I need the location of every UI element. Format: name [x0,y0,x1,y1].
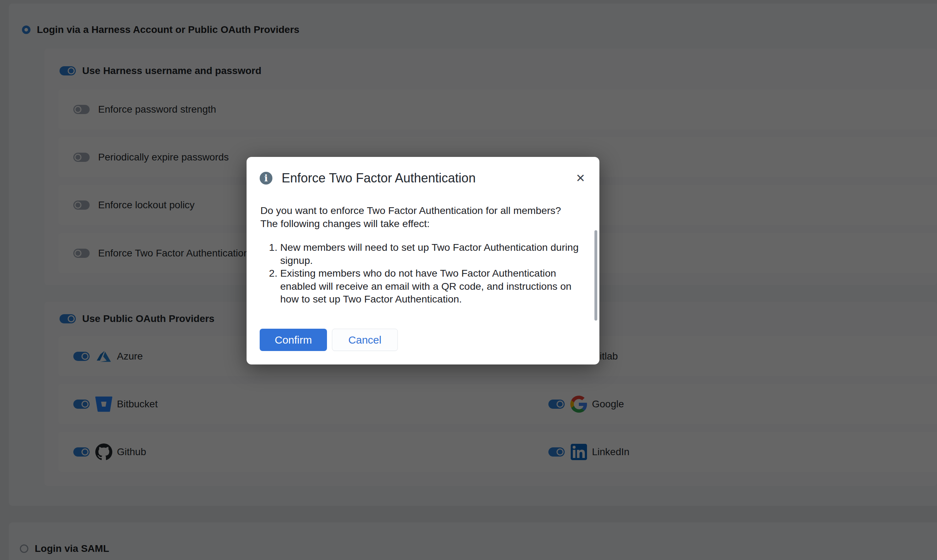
dialog-intro-line2: The following changes will take effect: [260,217,586,230]
auth-settings-page: Login via a Harness Account or Public OA… [0,0,937,560]
info-icon: i [260,172,272,185]
dialog-title: Enforce Two Factor Authentication [282,171,476,186]
dialog-actions: Confirm Cancel [260,329,398,351]
dialog-change-list: New members will need to set up Two Fact… [260,241,586,306]
dialog-header: i Enforce Two Factor Authentication [260,171,560,186]
list-item: Existing members who do not have Two Fac… [280,267,586,306]
dialog-scrollbar-thumb[interactable] [594,230,597,320]
dialog-body: Do you want to enforce Two Factor Authen… [260,204,586,306]
close-icon[interactable]: ✕ [575,172,585,184]
enforce-2fa-dialog: i Enforce Two Factor Authentication ✕ Do… [246,157,599,365]
confirm-button[interactable]: Confirm [260,329,327,351]
list-item: New members will need to set up Two Fact… [280,241,586,267]
dialog-intro-line1: Do you want to enforce Two Factor Authen… [260,204,586,217]
cancel-button[interactable]: Cancel [332,329,398,351]
